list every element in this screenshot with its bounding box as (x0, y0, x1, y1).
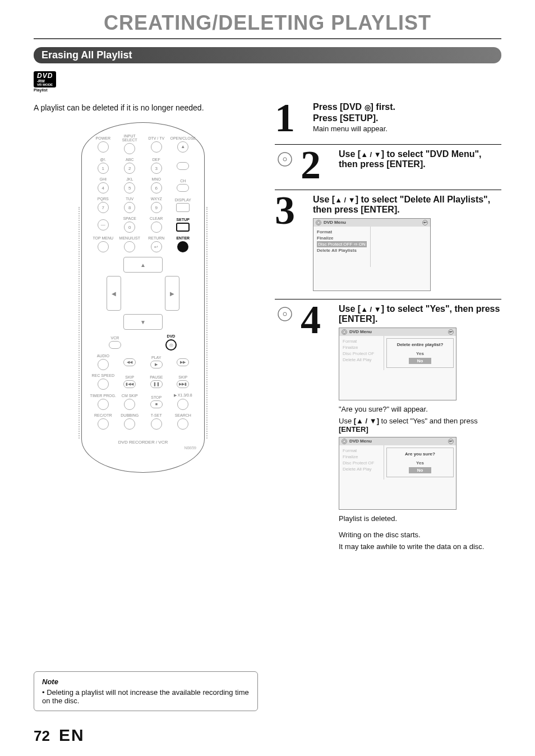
remote-label-dvd: DVD (167, 334, 176, 338)
step-number: 2 (301, 149, 333, 182)
remote-label-input-select: INPUT SELECT (122, 134, 137, 142)
step-3-h-a: Use [ (313, 195, 335, 204)
screen-dvd-menu-1: ◌DVD Menu ↩ Format Finalize Disc Protect… (313, 218, 431, 291)
remote-button-menu-list (124, 241, 135, 252)
screen-title-text: DVD Menu (349, 439, 372, 444)
remote-label-search: SEARCH (175, 413, 191, 417)
return-icon: ↩ (448, 329, 454, 335)
remote-label-stop: STOP (151, 395, 162, 399)
step-4-text-5: It may take awhile to write the data on … (339, 542, 501, 551)
remote-button-timer-prog (98, 399, 109, 410)
remote-label-play: PLAY (151, 356, 161, 359)
remote-footer: DVD RECORDER / VCR (90, 440, 196, 445)
step-2-disc-icon (275, 151, 295, 182)
note-title: Note (42, 677, 250, 686)
screen-item-disc-protect: Disc Protect OF (343, 460, 380, 466)
t2c: [ENTER] (339, 425, 368, 434)
badge-vr: VR MODE (37, 83, 53, 86)
disc-icon: ◎ (365, 103, 371, 112)
dialog-option-yes: Yes (409, 460, 431, 466)
step-1-heading-2: Press [SETUP]. (313, 113, 501, 123)
remote-label-sym: @!. (100, 158, 106, 162)
remote-button-top-menu (98, 241, 109, 252)
remote-label-x13: ▶ X1.3/0.8 (174, 393, 192, 398)
step-4-text-3: Playlist is deleted. (339, 514, 501, 523)
remote-button-ff: ▶▶ (177, 358, 189, 366)
remote-label-clear: CLEAR (150, 216, 163, 220)
remote-label-pause: PAUSE (150, 375, 163, 379)
remote-button-cm-skip (124, 399, 135, 410)
remote-button-skip-next: ▶▶▮ (177, 380, 189, 388)
remote-label-dubbing: DUBBING (121, 413, 139, 417)
step-number: 1 (275, 102, 307, 136)
step-1-h-a: Press [DVD (313, 102, 365, 112)
step-2-heading: Use [▲ / ▼] to select "DVD Menu", then p… (339, 149, 501, 169)
remote-label-tuv: TUV (126, 197, 133, 201)
page-language: EN (59, 726, 85, 745)
step-4-disc-icon (275, 306, 295, 554)
page-title: CREATING/DELETING PLAYLIST (34, 11, 501, 35)
intro-text: A playlist can be deleted if it is no lo… (34, 103, 252, 112)
remote-button-rec-speed (98, 379, 109, 390)
remote-button-skip-prev: ▮◀◀ (123, 380, 136, 388)
remote-button-enter (177, 241, 188, 252)
remote-label-top-menu: TOP MENU (93, 236, 113, 240)
remote-button-ch-up (177, 162, 189, 170)
remote-button-x13 (177, 399, 188, 410)
remote-button-6: 6 (151, 182, 162, 193)
remote-label-abc: ABC (126, 158, 133, 162)
remote-label-vcr: VCR (111, 336, 119, 340)
step-number: 3 (275, 195, 307, 291)
remote-label-mno: MNO (152, 177, 161, 181)
dialog-question: Delete entire playlist? (397, 342, 444, 347)
remote-label-timer-prog: TIMER PROG. (90, 394, 116, 398)
svg-point-0 (278, 153, 292, 166)
note-box: Note Deleting a playlist will not increa… (34, 671, 258, 711)
dialog-question: Are you sure? (405, 451, 435, 457)
remote-button-8: 8 (124, 202, 135, 213)
remote-button-7: 7 (98, 202, 109, 213)
step-4-h-a: Use [ (339, 304, 361, 314)
badge-dvd: DVD (37, 72, 53, 79)
step-2: 2 Use [▲ / ▼] to select "DVD Menu", then… (275, 145, 501, 190)
remote-button-power (98, 141, 109, 153)
remote-button-input-select (124, 143, 135, 154)
remote-button-rec-otr (98, 418, 109, 430)
remote-button-5: 5 (124, 182, 135, 193)
remote-label-t-set: T-SET (151, 413, 162, 417)
remote-label-skip-next: SKIP (178, 375, 187, 379)
remote-button-2: 2 (124, 163, 135, 174)
step-1-h-b: ] first. (371, 102, 395, 112)
step-4-text-4: Writing on the disc starts. (339, 531, 501, 539)
step-4-heading: Use [▲ / ▼] to select "Yes", then press … (339, 304, 501, 324)
note-item: Deleting a playlist will not increase th… (42, 688, 250, 705)
svg-point-3 (283, 312, 287, 316)
step-number: 4 (301, 304, 333, 554)
remote-button-stop: ■ (150, 400, 163, 408)
step-1-text: Main menu will appear. (313, 125, 501, 133)
screen-delete-confirm-1: ◌DVD Menu ↩ Format Finalize Disc Protect… (339, 328, 456, 400)
screen-item-disc-protect: Disc Protect OF (343, 351, 380, 357)
remote-label-cm-skip: CM SKIP (122, 394, 138, 398)
badge-rw: -RW (37, 79, 53, 83)
remote-nav-left: ◀ (107, 276, 121, 311)
title-rule (34, 38, 501, 39)
remote-label-pqrs: PQRS (98, 197, 109, 201)
remote-label-ch: CH (180, 179, 186, 183)
remote-label-rec-speed: REC SPEED (92, 374, 114, 377)
screen-item-format: Format (317, 229, 367, 235)
screen-item-disc-protect: Disc Protect OFF ⇨ ON (317, 241, 367, 247)
screen-item-delete-all: Delete All Playlists (317, 247, 367, 253)
remote-button-ch-down (177, 184, 189, 192)
remote-button-setup (176, 223, 190, 232)
remote-label-setup: SETUP (177, 218, 190, 222)
step-1-heading: Press [DVD ◎] first. (313, 102, 501, 112)
svg-point-2 (278, 307, 292, 321)
disc-icon: ◌ (316, 220, 321, 225)
dialog-option-no: No (409, 358, 431, 364)
remote-nav-down: ▼ (123, 314, 163, 330)
page-footer: 72 EN (34, 726, 85, 745)
remote-label-audio: AUDIO (97, 354, 109, 358)
remote-button-vcr (109, 341, 121, 349)
arrows: ▲ / ▼ (361, 150, 381, 159)
